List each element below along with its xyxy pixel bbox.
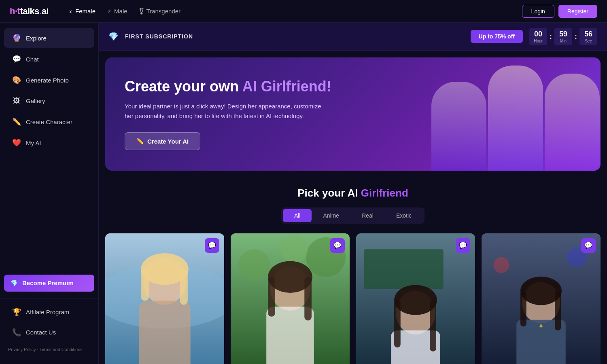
gender-tab-female[interactable]: ♀ Female <box>68 6 96 17</box>
promo-timer: 00 Hour : 59 Min : 56 Sec <box>529 28 597 45</box>
logo-hot: h·t <box>10 6 20 16</box>
character-card-1[interactable]: 💬 <box>105 233 224 364</box>
hero-cta-label: Create Your AI <box>147 138 189 145</box>
hero-cta-icon: ✏️ <box>136 138 144 145</box>
svg-rect-30 <box>555 291 561 330</box>
card-3-image <box>356 233 475 364</box>
generate-photo-icon: 🎨 <box>12 76 21 85</box>
svg-rect-6 <box>180 269 188 305</box>
male-icon: ♂ <box>107 8 112 15</box>
main-layout: 🔮 Explore 💬 Chat 🎨 Generate Photo 🖼 Gall… <box>0 23 607 364</box>
timer-sep-2: : <box>574 32 578 41</box>
svg-point-24 <box>493 257 509 273</box>
svg-point-10 <box>280 235 308 263</box>
character-card-3[interactable]: 💬 <box>356 233 475 364</box>
logo-ai: ai <box>42 6 49 16</box>
gender-tab-male[interactable]: ♂ Male <box>107 6 127 17</box>
svg-rect-29 <box>520 291 526 326</box>
top-nav: h·ttalks.ai ♀ Female ♂ Male ⚧ Transgende… <box>0 0 607 23</box>
gallery-icon: 🖼 <box>12 97 21 105</box>
filter-tab-anime[interactable]: Anime <box>312 209 350 222</box>
sidebar-item-generate-photo[interactable]: 🎨 Generate Photo <box>4 70 94 90</box>
card-1-bg <box>105 233 224 364</box>
timer-hours: 00 <box>533 30 544 39</box>
contact-icon: 📞 <box>12 328 21 337</box>
svg-rect-14 <box>268 277 275 316</box>
logo: h·ttalks.ai <box>10 6 49 17</box>
gender-tab-transgender[interactable]: ⚧ Transgender <box>139 6 181 17</box>
affiliate-icon: 🏆 <box>12 308 21 317</box>
main-content: 💎 FIRST SUBSCRIPTION Up to 75% off 00 Ho… <box>99 23 607 364</box>
promo-cta-button[interactable]: Up to 75% off <box>471 30 523 43</box>
gender-tab-female-label: Female <box>75 8 96 15</box>
card-4-image <box>482 233 601 364</box>
svg-rect-17 <box>364 249 444 289</box>
sidebar-item-explore[interactable]: 🔮 Explore <box>4 28 94 48</box>
hero-content: Create your own AI Girlfriend! Your idea… <box>125 78 581 150</box>
transgender-icon: ⚧ <box>139 7 144 15</box>
card-4-bg <box>482 233 601 364</box>
card-1-image <box>105 233 224 364</box>
character-card-2[interactable]: 💬 <box>231 233 350 364</box>
timer-seconds-label: Sec <box>583 39 594 43</box>
chat-icon: 💬 <box>12 55 21 63</box>
sidebar-item-affiliate[interactable]: 🏆 Affilate Program <box>4 303 94 322</box>
timer-sep-1: : <box>549 32 553 41</box>
cards-grid: 💬 <box>105 233 601 364</box>
sidebar-item-contact[interactable]: 📞 Contact Us <box>4 323 94 342</box>
hero-cta-button[interactable]: ✏️ Create Your AI <box>125 132 200 150</box>
character-card-4[interactable]: 💬 <box>482 233 601 364</box>
sidebar-item-generate-photo-label: Generate Photo <box>26 77 69 84</box>
explore-icon: 🔮 <box>12 34 21 42</box>
pick-section: Pick your AI Girlfriend All Anime Real E… <box>99 177 607 364</box>
sidebar-item-chat[interactable]: 💬 Chat <box>4 49 94 69</box>
sidebar-item-gallery-label: Gallery <box>26 97 45 104</box>
card-3-chat-button[interactable]: 💬 <box>456 238 470 253</box>
card-2-image <box>231 233 350 364</box>
filter-tab-all[interactable]: All <box>283 209 312 222</box>
sidebar-item-my-ai-label: My AI <box>26 140 41 146</box>
sidebar: 🔮 Explore 💬 Chat 🎨 Generate Photo 🖼 Gall… <box>0 23 99 364</box>
sidebar-premium-button[interactable]: 💎 Become Premuim <box>4 275 94 292</box>
sidebar-item-affiliate-label: Affilate Program <box>26 309 69 315</box>
sidebar-item-explore-label: Explore <box>26 35 47 42</box>
card-2-bg <box>231 233 350 364</box>
sidebar-item-chat-label: Chat <box>26 56 39 63</box>
sidebar-item-my-ai[interactable]: ❤️ My AI <box>4 133 94 152</box>
sidebar-spacer <box>0 153 98 271</box>
timer-seconds-block: 56 Sec <box>579 28 597 45</box>
timer-minutes-block: 59 Min <box>554 28 572 45</box>
register-button[interactable]: Register <box>558 5 597 18</box>
sidebar-item-gallery[interactable]: 🖼 Gallery <box>4 91 94 110</box>
svg-rect-22 <box>430 300 436 351</box>
chat-bubble-icon-1: 💬 <box>208 241 216 249</box>
sidebar-item-create-character[interactable]: ✏️ Create Character <box>4 112 94 131</box>
create-character-icon: ✏️ <box>12 117 21 126</box>
promo-icon: 💎 <box>108 32 119 41</box>
filter-tab-exotic[interactable]: Exotic <box>385 209 423 222</box>
hero-title-plain: Create your own <box>125 78 242 95</box>
promo-text: FIRST SUBSCRIPTION <box>125 33 464 40</box>
premium-icon: 💎 <box>11 279 18 287</box>
filter-tab-real[interactable]: Real <box>350 209 385 222</box>
timer-seconds: 56 <box>583 30 594 39</box>
chat-bubble-icon-4: 💬 <box>584 241 592 249</box>
card-3-bg <box>356 233 475 364</box>
filter-tabs: All Anime Real Exotic <box>281 207 424 224</box>
hero-title: Create your own AI Girlfriend! <box>125 78 581 95</box>
timer-minutes-label: Min <box>558 39 569 43</box>
card-4-chat-button[interactable]: 💬 <box>581 238 596 253</box>
promo-banner: 💎 FIRST SUBSCRIPTION Up to 75% off 00 Ho… <box>99 23 607 51</box>
svg-rect-21 <box>394 300 401 347</box>
gender-tabs: ♀ Female ♂ Male ⚧ Transgender <box>68 6 522 17</box>
sidebar-premium-label: Become Premuim <box>22 279 74 286</box>
card-2-chat-button[interactable]: 💬 <box>330 238 345 253</box>
hero-title-highlight: AI Girlfriend! <box>242 78 331 95</box>
chat-bubble-icon-2: 💬 <box>333 241 342 249</box>
card-1-chat-button[interactable]: 💬 <box>205 238 219 253</box>
female-icon: ♀ <box>68 8 73 15</box>
svg-rect-3 <box>139 301 190 364</box>
login-button[interactable]: Login <box>522 5 554 18</box>
hero-description: Your ideal partner is just a click away!… <box>125 102 327 121</box>
sidebar-item-create-character-label: Create Character <box>26 119 72 125</box>
